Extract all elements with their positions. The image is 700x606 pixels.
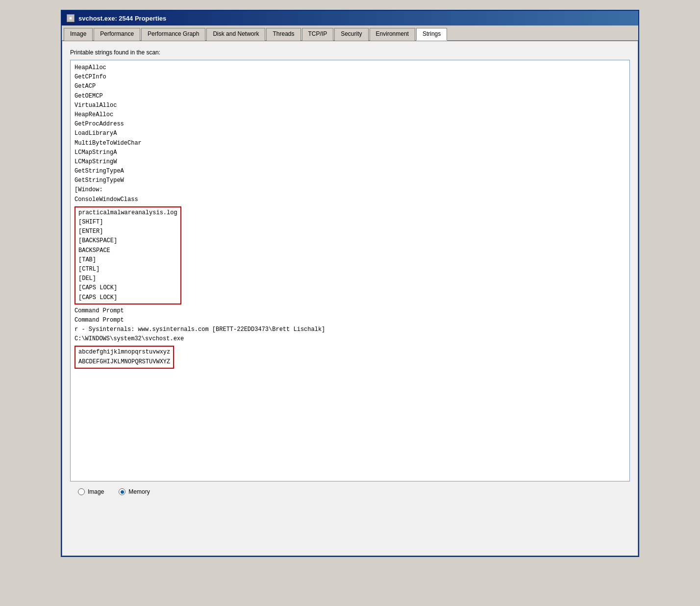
list-item: GetStringTypeW (75, 176, 625, 185)
list-item: ABCDEFGHIJKLMNOPQRSTUVWXYZ (78, 357, 170, 367)
list-item: [CAPS LOCK] (78, 293, 177, 303)
tab-performance-graph[interactable]: Performance Graph (141, 28, 205, 41)
list-item: GetACP (75, 82, 625, 91)
radio-image[interactable]: Image (78, 488, 104, 495)
list-item: GetProcAddress (75, 120, 625, 129)
strings-content-bottom: Command Prompt Command Prompt r - Sysint… (75, 305, 625, 345)
list-item: HeapReAlloc (75, 110, 625, 120)
list-item: LCMapStringW (75, 157, 625, 167)
tab-disk-and-network[interactable]: Disk and Network (206, 28, 265, 41)
strings-list[interactable]: HeapAlloc GetCPInfo GetACP GetOEMCP Virt… (70, 60, 630, 481)
list-item: MultiByteToWideChar (75, 139, 625, 148)
tab-image[interactable]: Image (64, 28, 93, 41)
tab-threads[interactable]: Threads (266, 28, 300, 41)
list-item: C:\WINDOWS\system32\svchost.exe (75, 334, 625, 344)
list-item: LCMapStringA (75, 148, 625, 157)
tab-performance[interactable]: Performance (94, 28, 140, 41)
radio-circle-image (78, 488, 85, 495)
tab-security[interactable]: Security (334, 28, 368, 41)
radio-memory-label: Memory (128, 488, 150, 495)
list-item: r - Sysinternals: www.sysinternals.com [… (75, 325, 625, 334)
list-item: VirtualAlloc (75, 101, 625, 110)
list-item: [DEL] (78, 274, 177, 283)
strings-content-top: HeapAlloc GetCPInfo GetACP GetOEMCP Virt… (75, 62, 625, 205)
list-item: [BACKSPACE] (78, 236, 177, 246)
list-item: practicalmalwareanalysis.log (78, 208, 177, 218)
window-icon: ■ (67, 14, 75, 22)
window-title: svchost.exe: 2544 Properties (78, 15, 166, 22)
list-item: Command Prompt (75, 306, 625, 316)
list-item: [CTRL] (78, 265, 177, 274)
content-area: Printable strings found in the scan: Hea… (62, 41, 638, 556)
list-item: ConsoleWindowClass (75, 195, 625, 204)
list-item: Command Prompt (75, 316, 625, 325)
tab-tcpip[interactable]: TCP/IP (302, 28, 334, 41)
list-item: abcdefghijklmnopqrstuvwxyz (78, 348, 170, 357)
title-bar: ■ svchost.exe: 2544 Properties (62, 11, 638, 25)
list-item: HeapAlloc (75, 63, 625, 73)
section-label: Printable strings found in the scan: (70, 49, 630, 56)
list-item: [TAB] (78, 255, 177, 265)
list-item: GetOEMCP (75, 92, 625, 101)
list-item: BACKSPACE (78, 246, 177, 255)
list-item: [Window: (75, 185, 625, 195)
radio-circle-memory (119, 488, 125, 495)
tabs-bar: Image Performance Performance Graph Disk… (62, 25, 638, 41)
tab-strings[interactable]: Strings (416, 28, 447, 41)
list-item: [SHIFT] (78, 218, 177, 227)
radio-memory[interactable]: Memory (119, 488, 150, 495)
highlighted-block-1: practicalmalwareanalysis.log [SHIFT] [EN… (75, 206, 181, 304)
tab-environment[interactable]: Environment (370, 28, 415, 41)
list-item: GetCPInfo (75, 73, 625, 82)
list-item: [ENTER] (78, 227, 177, 236)
radio-image-label: Image (88, 488, 104, 495)
highlighted-block-2: abcdefghijklmnopqrstuvwxyz ABCDEFGHIJKLM… (75, 346, 174, 368)
list-item: LoadLibraryA (75, 129, 625, 138)
list-item: [CAPS LOCK] (78, 283, 177, 293)
main-window: ■ svchost.exe: 2544 Properties Image Per… (61, 10, 639, 557)
radio-section: Image Memory (70, 481, 630, 502)
list-item: GetStringTypeA (75, 167, 625, 176)
